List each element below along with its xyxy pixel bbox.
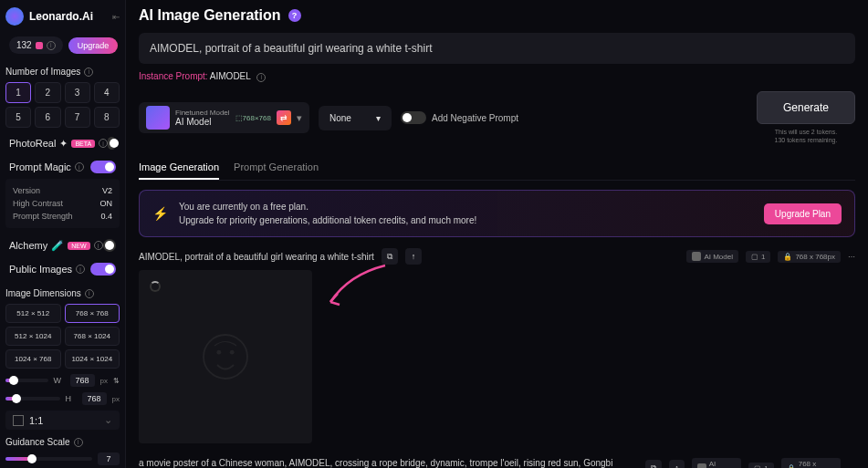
num-btn-7[interactable]: 7	[65, 107, 90, 128]
height-label: H	[66, 394, 77, 403]
model-chip[interactable]: AI Model	[686, 250, 738, 263]
instance-value: AIMODEL	[210, 71, 251, 81]
dimensions-label: Image Dimensions i	[5, 288, 120, 298]
generate-meta: This will use 2 tokens. 130 tokens remai…	[757, 128, 855, 146]
dim-btn[interactable]: 512 × 1024	[5, 327, 61, 346]
photoreal-toggle[interactable]	[108, 137, 116, 150]
alchemy-label: Alchemy	[9, 240, 47, 251]
model-avatar-icon	[146, 106, 170, 130]
negative-prompt-row: Add Negative Prompt	[401, 111, 518, 124]
brand-row: Leonardo.Ai ⇤	[5, 7, 120, 26]
public-images-row: Public Images i	[5, 257, 120, 281]
placeholder-face-icon	[198, 329, 253, 384]
dim-btn[interactable]: 768 × 1024	[65, 327, 120, 346]
model-select[interactable]: Finetuned Model AI Model ⬚768×768 ⇄ ▾	[139, 102, 309, 133]
num-btn-2[interactable]: 2	[35, 82, 60, 103]
token-icon	[36, 42, 43, 49]
chevron-down-icon: ⌄	[104, 414, 112, 426]
info-icon[interactable]: i	[99, 139, 108, 148]
info-icon[interactable]: i	[84, 68, 93, 77]
upgrade-banner: ⚡ You are currently on a free plan. Upgr…	[139, 190, 855, 237]
public-images-label: Public Images	[9, 264, 72, 275]
info-icon[interactable]: i	[76, 265, 85, 274]
lock-icon: 🔒	[783, 253, 792, 261]
generation-header: a movie poster of a Chinese woman, AIMOD…	[139, 458, 855, 468]
spinner-icon	[150, 281, 161, 292]
guidance-slider[interactable]	[5, 457, 92, 461]
info-icon[interactable]: i	[94, 241, 103, 250]
info-icon[interactable]: i	[74, 438, 83, 447]
photoreal-row: PhotoReal ✦ BETA i	[5, 131, 120, 155]
collapse-sidebar-icon[interactable]: ⇤	[112, 12, 120, 22]
dim-chip: 🔒768 x 768px	[778, 251, 841, 263]
copy-icon[interactable]: ⧉	[645, 460, 661, 468]
prompt-magic-panel: VersionV2 High ContrastON Prompt Strengt…	[5, 179, 120, 228]
num-btn-4[interactable]: 4	[94, 82, 120, 103]
info-icon[interactable]: i	[47, 41, 56, 50]
more-icon[interactable]: ⋯	[848, 464, 855, 468]
alchemy-toggle[interactable]	[103, 239, 116, 252]
prompt-magic-toggle[interactable]	[90, 161, 116, 173]
height-slider[interactable]	[5, 397, 60, 400]
tabs: Image Generation Prompt Generation	[139, 156, 855, 181]
chevron-down-icon: ▾	[297, 112, 302, 124]
tab-prompt-generation[interactable]: Prompt Generation	[234, 156, 319, 180]
main-content: AI Image Generation ? AIMODEL, portrait …	[126, 0, 868, 468]
generate-column: Generate This will use 2 tokens. 130 tok…	[757, 91, 855, 146]
info-icon[interactable]: i	[85, 289, 94, 298]
more-icon[interactable]: ⋯	[848, 253, 855, 261]
control-row: Finetuned Model AI Model ⬚768×768 ⇄ ▾ No…	[139, 91, 855, 146]
height-value: 768	[82, 392, 107, 405]
sparkle-icon: ✦	[59, 138, 68, 150]
annotation-arrow-icon	[321, 261, 394, 316]
model-chip[interactable]: AI Model	[692, 458, 741, 468]
prompt-input[interactable]: AIMODEL, portrait of a beautiful girl we…	[139, 33, 855, 64]
guidance-label: Guidance Scale i	[5, 437, 120, 447]
num-btn-6[interactable]: 6	[35, 107, 60, 128]
tab-image-generation[interactable]: Image Generation	[139, 156, 219, 180]
negative-prompt-toggle[interactable]	[401, 111, 426, 124]
info-icon[interactable]: i	[75, 162, 84, 172]
reuse-icon[interactable]: ↑	[405, 248, 422, 265]
avatar-icon	[697, 463, 706, 468]
flask-icon: 🧪	[51, 240, 64, 252]
instance-label: Instance Prompt:	[139, 71, 208, 81]
style-select[interactable]: None ▾	[319, 106, 392, 130]
upgrade-plan-button[interactable]: Upgrade Plan	[764, 203, 842, 224]
photoreal-label: PhotoReal	[9, 138, 56, 149]
generate-button[interactable]: Generate	[757, 91, 855, 124]
avatar-icon	[692, 252, 701, 261]
num-btn-3[interactable]: 3	[65, 82, 90, 103]
guidance-value: 7	[98, 452, 120, 465]
generation-block: AIMODEL, portrait of a beautiful girl we…	[139, 248, 855, 443]
brand-logo-icon	[5, 7, 24, 26]
model-swap-icon[interactable]: ⇄	[277, 110, 291, 125]
help-icon[interactable]: ?	[288, 9, 301, 22]
swap-dims-icon[interactable]: ⇅	[113, 377, 120, 385]
page-title: AI Image Generation ?	[139, 7, 855, 24]
generation-meta: AI Model ▢1 🔒768 x 768px ⋯	[692, 458, 855, 468]
dim-btn[interactable]: 512 × 512	[5, 304, 61, 323]
num-btn-1[interactable]: 1	[5, 82, 31, 103]
num-btn-5[interactable]: 5	[5, 107, 31, 128]
dim-btn[interactable]: 1024 × 768	[5, 349, 61, 369]
dim-btn[interactable]: 768 × 768	[65, 304, 120, 323]
dim-chip: 🔒768 x 768px	[781, 458, 841, 468]
aspect-ratio-select[interactable]: 1:1 ⌄	[5, 411, 120, 430]
prompt-magic-label: Prompt Magic	[9, 161, 71, 172]
dim-btn[interactable]: 1024 × 1024	[65, 349, 120, 369]
width-slider[interactable]	[5, 379, 48, 382]
width-value: 768	[70, 374, 95, 387]
bolt-icon: ⚡	[152, 206, 168, 221]
reuse-icon[interactable]: ↑	[669, 460, 685, 468]
num-btn-8[interactable]: 8	[94, 107, 120, 128]
guidance-slider-row: 7	[5, 452, 120, 465]
num-images-grid: 1 2 3 4	[5, 82, 120, 103]
copy-icon[interactable]: ⧉	[382, 248, 398, 265]
generation-block: a movie poster of a Chinese woman, AIMOD…	[139, 458, 855, 468]
public-images-toggle[interactable]	[90, 263, 116, 276]
count-chip: ▢1	[746, 251, 770, 263]
upgrade-button[interactable]: Upgrade	[68, 37, 119, 54]
token-badge[interactable]: 132 i	[9, 36, 63, 54]
info-icon[interactable]: i	[256, 73, 266, 82]
